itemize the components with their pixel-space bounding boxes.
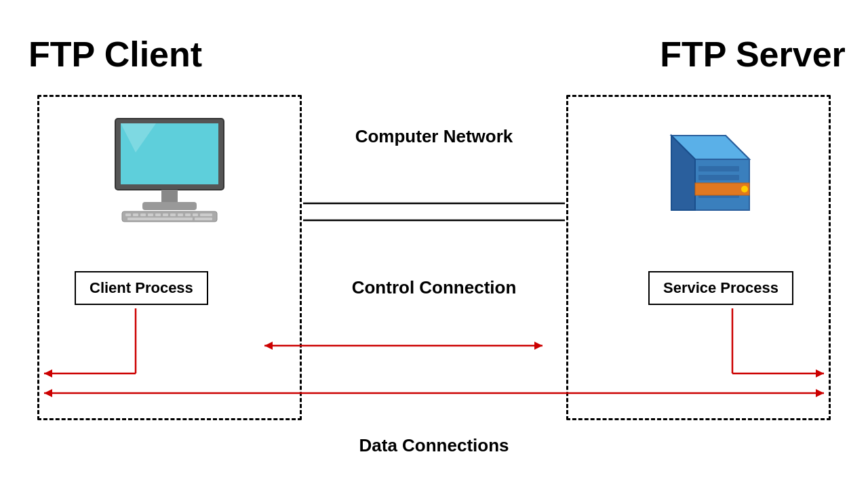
svg-point-27 [741,186,748,192]
svg-marker-32 [534,342,542,350]
client-process-box: Client Process [75,271,208,305]
diagram-container: FTP Client FTP Server [0,0,868,488]
svg-rect-13 [178,214,183,216]
data-connections-label: Data Connections [359,434,509,458]
control-connection-label: Control Connection [352,277,517,300]
service-process-box: Service Process [648,271,793,305]
server-icon [566,115,831,224]
svg-rect-7 [133,214,138,216]
network-label: Computer Network [355,125,513,148]
svg-rect-17 [127,218,193,220]
svg-rect-14 [185,214,191,216]
svg-rect-8 [140,214,146,216]
svg-rect-9 [148,214,153,216]
svg-rect-16 [200,214,212,216]
svg-rect-6 [125,214,131,216]
svg-rect-3 [161,190,178,203]
svg-rect-23 [698,175,739,180]
svg-rect-10 [155,214,161,216]
svg-rect-18 [195,218,212,220]
ftp-client-title: FTP Client [28,34,202,75]
svg-rect-11 [163,214,168,216]
computer-icon [37,115,302,224]
ftp-server-title: FTP Server [660,34,846,75]
svg-rect-15 [193,214,198,216]
svg-rect-22 [698,166,739,171]
svg-rect-12 [170,214,176,216]
svg-rect-4 [142,202,197,210]
